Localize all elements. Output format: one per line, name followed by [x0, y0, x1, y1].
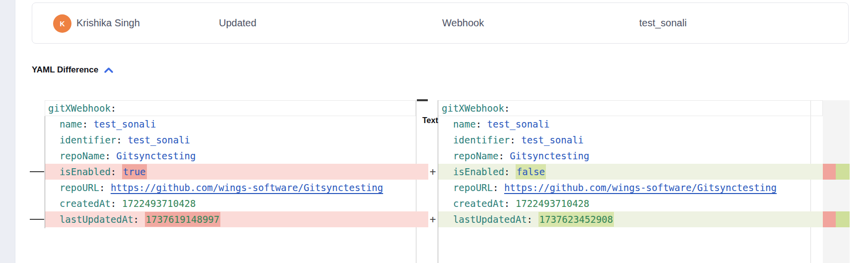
yaml-key: repoURL	[453, 182, 493, 193]
yaml-key: name	[60, 119, 82, 130]
space	[111, 150, 116, 161]
ruler-added-mark	[836, 211, 850, 227]
indent	[442, 182, 453, 193]
code-line-right: identifier: test_sonali	[438, 132, 823, 148]
text-column-label: Text	[422, 116, 438, 125]
space	[88, 119, 93, 130]
yaml-colon: :	[504, 103, 510, 114]
yaml-colon: :	[105, 150, 110, 161]
repo-url-link[interactable]: https://github.com/wings-software/Gitsyn…	[111, 182, 383, 193]
left-editor-border	[45, 116, 45, 228]
yaml-key: isEnabled	[60, 166, 111, 177]
yaml-value: 1737623452908	[538, 212, 614, 227]
audit-yaml-diff-page: K Krishika Singh Updated Webhook test_so…	[0, 0, 868, 263]
space	[116, 198, 122, 209]
indent	[48, 182, 60, 193]
space	[498, 182, 504, 193]
yaml-value: false	[516, 164, 546, 179]
code-line-right: repoName: Gitsynctesting	[438, 148, 823, 164]
code-line-left: createdAt: 1722493710428	[45, 196, 416, 211]
yaml-difference-header: YAML Difference	[32, 65, 114, 75]
yaml-colon: :	[82, 119, 88, 130]
space	[481, 119, 487, 130]
yaml-value: true	[122, 164, 147, 179]
code-line-left: repoURL: https://github.com/wings-softwa…	[45, 180, 416, 196]
removed-line-marker	[30, 171, 44, 172]
indent	[442, 166, 453, 177]
yaml-colon: :	[493, 182, 498, 193]
yaml-key: repoName	[60, 150, 105, 161]
diff-sash[interactable]	[416, 100, 416, 263]
yaml-colon: :	[134, 214, 139, 225]
yaml-key: gitXWebhook	[48, 103, 111, 114]
indent	[442, 134, 453, 145]
indent	[48, 150, 60, 161]
yaml-key: createdAt	[60, 198, 111, 209]
space	[122, 134, 128, 145]
yaml-key: createdAt	[453, 198, 504, 209]
yaml-value: test_sonali	[128, 134, 190, 145]
space	[504, 150, 510, 161]
yaml-colon: :	[527, 214, 533, 225]
code-line-right: isEnabled: false	[438, 164, 823, 180]
yaml-value: 1737619148997	[145, 212, 221, 227]
indent	[48, 166, 60, 177]
code-line-left: lastUpdatedAt: 1737619148997	[45, 211, 428, 227]
yaml-value: 1722493710428	[122, 198, 196, 209]
code-line-left: isEnabled: true	[45, 164, 428, 180]
ruler-removed-mark	[823, 164, 836, 180]
indent	[442, 214, 453, 225]
code-line-left: identifier: test_sonali	[45, 132, 416, 148]
yaml-key: repoName	[453, 150, 499, 161]
indent	[442, 150, 453, 161]
yaml-key: name	[453, 119, 476, 130]
indent	[48, 119, 60, 130]
ruler-added-mark	[836, 164, 850, 180]
yaml-value: Gitsynctesting	[116, 150, 196, 161]
space	[516, 134, 521, 145]
original-yaml-editor[interactable]: gitXWebhook: name: test_sonali identifie…	[45, 100, 416, 227]
code-line-right: name: test_sonali	[438, 116, 823, 132]
indent	[442, 198, 453, 209]
yaml-value: test_sonali	[487, 119, 550, 130]
yaml-key: lastUpdatedAt	[453, 214, 527, 225]
code-line-right: lastUpdatedAt: 1737623452908	[438, 211, 823, 227]
yaml-colon: :	[510, 134, 515, 145]
space	[105, 182, 110, 193]
yaml-key: isEnabled	[453, 166, 504, 177]
audit-entry-card: K Krishika Singh Updated Webhook test_so…	[32, 2, 849, 44]
yaml-colon: :	[111, 166, 116, 177]
chevron-up-icon	[103, 66, 114, 74]
yaml-colon: :	[111, 103, 116, 114]
code-line-left: gitXWebhook:	[45, 100, 416, 116]
user-name: Krishika Singh	[76, 3, 140, 43]
code-line-right: repoURL: https://github.com/wings-softwa…	[438, 180, 823, 196]
space	[116, 166, 122, 177]
added-line-marker: +	[428, 211, 437, 227]
overview-ruler[interactable]	[823, 100, 850, 263]
yaml-colon: :	[504, 166, 510, 177]
yaml-colon: :	[116, 134, 122, 145]
yaml-key: identifier	[453, 134, 510, 145]
modified-yaml-editor[interactable]: gitXWebhook: name: test_sonali identifie…	[438, 100, 823, 227]
action-label: Updated	[219, 3, 257, 43]
collapse-yaml-diff-button[interactable]	[103, 66, 114, 74]
repo-url-link[interactable]: https://github.com/wings-software/Gitsyn…	[504, 182, 777, 193]
yaml-key: repoURL	[60, 182, 99, 193]
indent	[442, 119, 453, 130]
yaml-colon: :	[99, 182, 105, 193]
added-line-marker: +	[428, 164, 437, 180]
yaml-colon: :	[476, 119, 481, 130]
removed-line-marker	[30, 219, 44, 220]
yaml-value: test_sonali	[94, 119, 156, 130]
yaml-key: identifier	[60, 134, 116, 145]
yaml-value: test_sonali	[521, 134, 584, 145]
code-line-left: repoName: Gitsynctesting	[45, 148, 416, 164]
sash-handle[interactable]	[417, 99, 428, 101]
ruler-removed-mark	[823, 211, 836, 227]
indent	[48, 198, 60, 209]
code-line-right: createdAt: 1722493710428	[438, 196, 823, 211]
space	[139, 214, 144, 225]
space	[510, 166, 515, 177]
indent	[48, 214, 60, 225]
